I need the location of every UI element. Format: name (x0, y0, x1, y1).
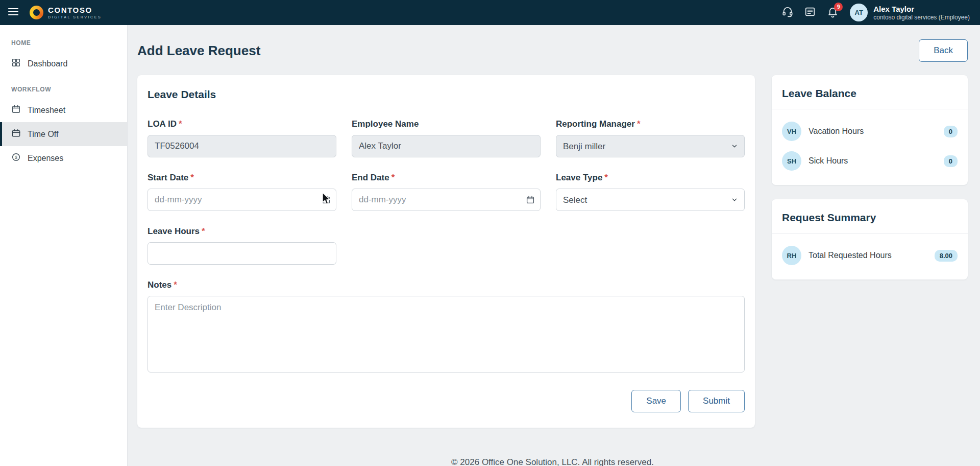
required-asterisk: * (604, 173, 608, 183)
divider (772, 109, 968, 109)
expenses-icon: $ (11, 152, 21, 164)
start-date-input[interactable] (148, 189, 336, 211)
leave-hours-label: Leave Hours* (148, 226, 336, 237)
submit-button[interactable]: Submit (688, 390, 745, 412)
topbar: CONTOSO DIGITAL SERVICES 9 AT Alex Taylo… (0, 0, 980, 25)
brand-logo[interactable]: CONTOSO DIGITAL SERVICES (30, 6, 102, 19)
dashboard-icon (11, 58, 21, 69)
main-content: Add Leave Request Back Leave Details LOA… (128, 25, 980, 466)
required-asterisk: * (179, 119, 182, 129)
hamburger-menu-button[interactable] (7, 6, 19, 19)
field-reporting-manager: Reporting Manager* Benji miller (556, 119, 745, 157)
hamburger-icon (7, 6, 19, 19)
leave-balance-card: Leave Balance VH Vacation Hours 0 SH Sic… (772, 75, 968, 185)
sidebar-item-label: Timesheet (28, 106, 65, 115)
user-menu[interactable]: AT Alex Taylor contoso digital services … (850, 4, 970, 21)
timeoff-icon (11, 128, 21, 140)
save-button[interactable]: Save (631, 390, 681, 412)
announcements-button[interactable] (804, 6, 816, 19)
field-employee-name: Employee Name (352, 119, 541, 157)
page-title: Add Leave Request (137, 43, 260, 59)
required-asterisk: * (174, 280, 177, 290)
timesheet-icon (11, 104, 21, 116)
leave-details-card: Leave Details LOA ID* Employee Name (137, 75, 755, 428)
request-summary-card: Request Summary RH Total Requested Hours… (772, 199, 968, 279)
vacation-hours-avatar: VH (782, 122, 801, 141)
request-summary-title: Request Summary (782, 212, 958, 224)
requested-hours-value: 8.00 (935, 250, 958, 262)
employee-name-label: Employee Name (352, 119, 541, 129)
leave-type-label: Leave Type* (556, 173, 745, 183)
sidebar-item-timesheet[interactable]: Timesheet (0, 98, 127, 122)
sick-hours-avatar: SH (782, 151, 801, 171)
reporting-manager-label: Reporting Manager* (556, 119, 745, 129)
support-button[interactable] (782, 6, 793, 19)
sidebar-section-workflow: WORKFLOW (0, 76, 127, 98)
vacation-hours-label: Vacation Hours (808, 127, 937, 136)
field-loa-id: LOA ID* (148, 119, 336, 157)
headset-icon (782, 6, 793, 19)
footer-copyright: © 2026 Office One Solution, LLC. All rig… (137, 457, 968, 466)
field-end-date: End Date* (352, 173, 541, 211)
required-asterisk: * (637, 119, 641, 129)
requested-hours-label: Total Requested Hours (808, 251, 927, 260)
required-asterisk: * (391, 173, 395, 183)
loa-id-input[interactable] (148, 135, 336, 157)
end-date-label: End Date* (352, 173, 541, 183)
brand-subtitle: DIGITAL SERVICES (48, 15, 102, 19)
notes-label: Notes* (148, 280, 745, 290)
svg-text:$: $ (15, 155, 17, 160)
sidebar-item-dashboard[interactable]: Dashboard (0, 52, 127, 76)
required-asterisk: * (190, 173, 194, 183)
field-notes: Notes* (148, 280, 745, 375)
sidebar-item-label: Time Off (28, 130, 58, 139)
sidebar-item-expenses[interactable]: $ Expenses (0, 146, 127, 170)
notifications-button[interactable]: 9 (827, 6, 839, 19)
notification-count-badge: 9 (834, 3, 843, 11)
end-date-input[interactable] (352, 189, 541, 211)
reporting-manager-select[interactable]: Benji miller (556, 135, 745, 157)
balance-row-vacation: VH Vacation Hours 0 (782, 116, 958, 146)
sidebar-item-time-off[interactable]: Time Off (0, 122, 127, 146)
avatar: AT (850, 4, 868, 21)
balance-row-sick: SH Sick Hours 0 (782, 146, 958, 176)
news-icon (804, 6, 816, 19)
start-date-label: Start Date* (148, 173, 336, 183)
field-start-date: Start Date* (148, 173, 336, 211)
divider (772, 233, 968, 234)
leave-type-select[interactable]: Select (556, 189, 745, 211)
field-leave-type: Leave Type* Select (556, 173, 745, 211)
summary-row-total: RH Total Requested Hours 8.00 (782, 241, 958, 270)
sidebar-item-label: Expenses (28, 154, 63, 163)
required-asterisk: * (202, 226, 205, 237)
sidebar: HOME Dashboard WORKFLOW Timesheet Time O… (0, 25, 128, 466)
user-name: Alex Taylor (873, 5, 970, 14)
leave-hours-input[interactable] (148, 242, 336, 265)
employee-name-input[interactable] (352, 135, 541, 157)
leave-balance-title: Leave Balance (782, 87, 958, 100)
sick-hours-value: 0 (944, 155, 958, 167)
user-role: contoso digital services (Employee) (873, 14, 970, 21)
sick-hours-label: Sick Hours (808, 156, 937, 166)
leave-details-title: Leave Details (148, 88, 745, 101)
brand-name: CONTOSO (48, 6, 102, 14)
notes-textarea[interactable] (148, 296, 745, 372)
vacation-hours-value: 0 (944, 126, 958, 137)
back-button[interactable]: Back (919, 39, 968, 62)
requested-hours-avatar: RH (782, 246, 801, 265)
logo-swirl-icon (30, 6, 43, 19)
loa-id-label: LOA ID* (148, 119, 336, 129)
sidebar-item-label: Dashboard (28, 59, 67, 68)
field-leave-hours: Leave Hours* (148, 226, 336, 265)
sidebar-section-home: HOME (0, 29, 127, 52)
